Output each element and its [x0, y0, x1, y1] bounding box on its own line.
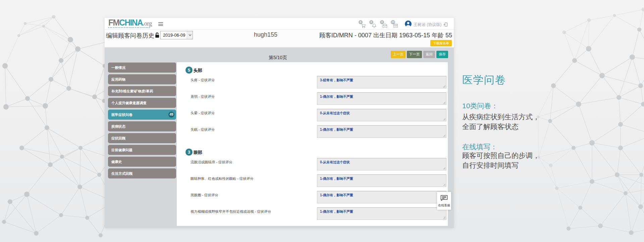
sidebar-item[interactable]: 医学症状问卷 49	[108, 110, 176, 120]
online-service-label: 在线客服	[437, 203, 451, 208]
toolbar-button[interactable]: 返回	[423, 51, 435, 58]
record-header: 编辑顾客问卷历史 2019-06-09 hugh155 顾客ID/MRN - 0…	[105, 30, 454, 47]
question-label: 衰弱 - 症状评分	[191, 94, 215, 99]
user-avatar[interactable]	[405, 21, 412, 27]
marketing-lines: 顾客可按照自己的步调， 自行安排时间填写	[462, 151, 540, 170]
bell-button[interactable]: 0	[369, 20, 380, 29]
mail-button[interactable]: 0	[380, 20, 390, 29]
logout-icon[interactable]	[443, 23, 448, 27]
sidebar-item[interactable]: 应用药物	[108, 74, 176, 84]
sidebar-item[interactable]: 症状回顾	[108, 133, 176, 143]
marketing-heading: 10类问卷：	[462, 101, 540, 111]
username-label: 王树岩 (协议版)	[414, 22, 441, 28]
answer-textarea[interactable]: 1-偶尔有，影响不严重	[317, 191, 446, 203]
toolbar-button[interactable]: 上一页	[391, 51, 406, 58]
cart-button[interactable]: 0	[358, 20, 369, 29]
question-label: 头疼 - 症状评分	[191, 78, 215, 83]
section-number-badge: 3	[185, 149, 193, 156]
answer-textarea[interactable]: 1-偶尔有，影响不严重	[317, 92, 446, 105]
sidebar-item[interactable]: 补充剂\维生素\矿物质\草药	[108, 86, 176, 96]
marketing-block: 10类问卷： 从疾病症状到生活方式， 全面了解顾客状态	[462, 101, 540, 131]
answer-textarea[interactable]: 0-从未有过这个症状	[317, 109, 446, 121]
marketing-line: 顾客可按照自己的步调，	[462, 151, 540, 160]
hamburger-menu-icon[interactable]	[158, 22, 163, 26]
answer-value: 1-偶尔有，影响不严重	[320, 177, 353, 180]
sidebar-item-label: 目前健康问题	[111, 148, 132, 152]
topbar-icons: 0 0 0 20	[358, 20, 401, 29]
answer-value: 1-偶尔有，影响不严重	[320, 210, 353, 213]
logo-fm: FM	[108, 17, 119, 28]
select-arrow	[187, 31, 193, 39]
answer-textarea[interactable]: 3-经常有，影响不严重	[317, 76, 446, 88]
resize-handle-icon	[443, 118, 446, 121]
answer-value: 1-偶尔有，影响不严重	[320, 95, 353, 98]
answer-textarea[interactable]: 1-偶尔有，影响不严重	[317, 174, 446, 187]
chevron-down-icon	[189, 34, 192, 36]
section-title: 头部	[194, 68, 202, 74]
form-row: 头晕 - 症状评分 0-从未有过这个症状	[177, 109, 448, 121]
notification-badge: 0	[369, 20, 373, 24]
date-select[interactable]: 2019-06-09	[160, 31, 193, 39]
sidebar-item[interactable]: 生活方式回顾	[108, 168, 176, 178]
sidebar-item[interactable]: 个人提升健康意愿调查	[108, 98, 176, 108]
form-row: 视力模糊或视野狭窄并不包括近视或远视 - 症状评分 1-偶尔有，影响不严重	[177, 207, 448, 220]
section-title: 眼部	[194, 150, 202, 156]
form-row: 头疼 - 症状评分 3-经常有，影响不严重	[177, 76, 448, 88]
toolbar-button[interactable]: 下一页	[407, 51, 422, 58]
sidebar-item-label: 一般情况	[111, 66, 125, 70]
patient-info: 顾客ID/MRN - 0007 出生日期 1963-05-15 年龄 55	[319, 31, 452, 39]
sidebar-item-label: 补充剂\维生素\矿物质\草药	[111, 89, 153, 93]
account-name: hugh155	[254, 31, 277, 38]
mail-icon	[382, 23, 387, 28]
logo-dotted-underline	[108, 27, 151, 28]
marketing-line: 全面了解顾客状态	[462, 122, 540, 131]
answer-textarea[interactable]: 1-偶尔有，影响不严重	[317, 207, 446, 220]
question-label: 视力模糊或视野狭窄并不包括近视或远视 - 症状评分	[191, 209, 271, 214]
page: FMCHINA.org 0 0	[0, 0, 644, 242]
page-title: 编辑顾客问卷历史	[106, 32, 154, 40]
section-number-badge: 5	[185, 67, 193, 74]
marketing-line: 从疾病症状到生活方式，	[462, 112, 540, 122]
answer-value: 3-经常有，影响不严重	[320, 78, 353, 82]
questionnaire-form: 5 头部 头疼 - 症状评分 3-经常有，影响不严重	[177, 62, 448, 226]
logo-org: org	[144, 20, 152, 27]
resize-handle-icon	[443, 85, 446, 88]
sidebar-item-label: 症状回顾	[111, 136, 125, 140]
sidebar-item-badge: 49	[168, 112, 174, 118]
form-row: 流眼泪或眼睛痒 - 症状评分 0-从未有过这个症状	[177, 158, 448, 170]
online-service-widget[interactable]: 在线客服	[437, 192, 451, 210]
chat-bubble-icon	[440, 195, 448, 201]
question-label: 眼睛肿胀、红色或粘性的眼睑 - 症状评分	[191, 176, 254, 181]
marketing-lines: 从疾病症状到生活方式， 全面了解顾客状态	[462, 112, 540, 131]
sidebar-item[interactable]: 健康史	[108, 157, 176, 167]
logo-china: CHINA	[119, 17, 143, 28]
answer-value: 1-偶尔有，影响不严重	[320, 128, 353, 131]
question-label: 头晕 - 症状评分	[191, 111, 215, 116]
answer-value: 0-从未有过这个症状	[320, 111, 350, 115]
resize-handle-icon	[443, 184, 446, 186]
bell-icon	[372, 23, 377, 28]
sidebar-item[interactable]: 疾病状态	[108, 121, 176, 131]
unlock-icon	[155, 32, 160, 38]
sidebar-item-label: 应用药物	[111, 77, 125, 81]
calendar-button[interactable]: 20	[390, 20, 401, 29]
answer-textarea[interactable]: 0-从未有过这个症状	[317, 158, 446, 170]
answer-value: 0-从未有过这个症状	[320, 160, 350, 164]
toolbar-button[interactable]: 保存	[436, 51, 448, 58]
answer-value: 1-偶尔有，影响不严重	[320, 193, 353, 197]
date-select-value: 2019-06-09	[163, 31, 185, 39]
notification-badge: 0	[359, 20, 363, 24]
app-window: FMCHINA.org 0 0	[105, 18, 454, 228]
sidebar-item-label: 医学症状问卷	[111, 113, 132, 117]
person-icon	[405, 21, 412, 27]
answer-textarea[interactable]: 1-偶尔有，影响不严重	[317, 125, 446, 138]
resize-handle-icon	[443, 216, 446, 219]
resize-handle-icon	[443, 167, 446, 170]
sidebar-item[interactable]: 目前健康问题	[108, 145, 176, 155]
form-row: 眼睛肿胀、红色或粘性的眼睑 - 症状评分 1-偶尔有，影响不严重	[177, 174, 448, 187]
app-topbar: FMCHINA.org 0 0	[105, 18, 454, 30]
marketing-title: 医学问卷	[462, 73, 506, 87]
download-report-button[interactable]: 下载报告单	[430, 40, 452, 46]
marketing-heading: 在线填写：	[462, 142, 540, 152]
sidebar-item[interactable]: 一般情况	[108, 63, 176, 73]
